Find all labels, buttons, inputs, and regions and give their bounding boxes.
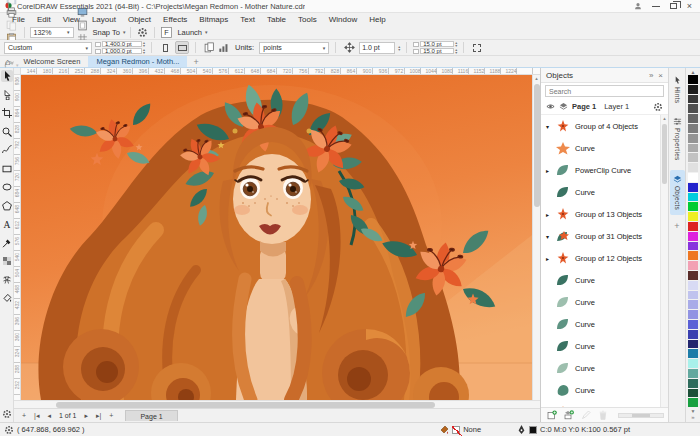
nudge-distance-input[interactable]: 1.0 pt <box>359 42 395 54</box>
canvas-artwork[interactable] <box>21 75 532 400</box>
objects-scroll-thumb[interactable] <box>662 124 667 184</box>
status-gear-icon[interactable] <box>4 425 14 435</box>
color-swatch-26[interactable] <box>688 330 698 340</box>
layer-label[interactable]: Layer 1 <box>604 102 629 111</box>
docker-tab-properties[interactable]: Properties <box>670 112 685 166</box>
horizontal-scroll-thumb[interactable] <box>56 402 435 408</box>
object-row-2[interactable]: ▸PowerClip Curve <box>541 159 668 181</box>
page-height-input[interactable]: 1,000.0 pt <box>102 48 142 54</box>
color-swatch-3[interactable] <box>688 104 698 114</box>
edit-layer-button[interactable] <box>579 409 592 422</box>
layer-options-gear-icon[interactable] <box>653 102 663 112</box>
new-layer-button[interactable] <box>545 409 558 422</box>
new-master-layer-button[interactable] <box>562 409 575 422</box>
menu-bitmaps[interactable]: Bitmaps <box>193 15 234 24</box>
layers-icon[interactable] <box>559 102 568 111</box>
nudge-stepper[interactable]: ▴▾ <box>398 45 400 51</box>
all-pages-button[interactable] <box>202 41 216 54</box>
scroll-up-icon[interactable]: ▴ <box>535 75 538 82</box>
object-row-8[interactable]: Curve <box>541 291 668 313</box>
object-row-10[interactable]: Curve <box>541 335 668 357</box>
eyedropper-tool[interactable] <box>1 237 13 249</box>
fill-status-block[interactable]: None <box>439 425 481 435</box>
horizontal-ruler[interactable]: 1441802162522883243603964324685045405766… <box>14 68 540 75</box>
document-tab-0[interactable]: Welcome Screen <box>15 56 88 67</box>
color-swatch-29[interactable] <box>688 359 698 369</box>
color-swatch-31[interactable] <box>688 379 698 389</box>
landscape-button[interactable] <box>175 41 189 54</box>
canvas-vertical-scrollbar[interactable]: ▴ <box>532 75 540 400</box>
object-row-0[interactable]: ▾Group of 4 Objects <box>541 115 668 137</box>
menu-help[interactable]: Help <box>363 15 391 24</box>
vertical-ruler[interactable]: 9369008648287927567206846486125765405044… <box>14 75 21 400</box>
page-border-button[interactable] <box>76 19 89 32</box>
docker-tab-hints[interactable]: Hints <box>670 71 685 108</box>
object-row-1[interactable]: Curve <box>541 137 668 159</box>
redo-button[interactable]: ▾ <box>4 58 19 71</box>
shape-tool[interactable] <box>1 89 13 101</box>
expand-right-icon[interactable]: ▸ <box>544 255 551 262</box>
launch-dropdown[interactable]: Launch ▾ <box>175 26 207 39</box>
document-tab-1[interactable]: Megan Redmon - Moth... <box>88 56 187 67</box>
visibility-icon[interactable] <box>546 102 555 111</box>
menu-effects[interactable]: Effects <box>157 15 193 24</box>
color-swatch-33[interactable] <box>688 398 698 408</box>
menu-tools[interactable]: Tools <box>292 15 323 24</box>
page-label[interactable]: Page 1 <box>572 102 596 111</box>
duplicate-y-stepper[interactable]: ▴▾ <box>455 48 457 54</box>
menu-text[interactable]: Text <box>234 15 261 24</box>
toolbox-customize-button[interactable] <box>1 408 13 420</box>
next-page-button[interactable]: ▸ <box>80 412 92 419</box>
color-swatch-9[interactable] <box>688 163 698 173</box>
menu-layout[interactable]: Layout <box>86 15 122 24</box>
first-page-button[interactable]: |◂ <box>30 412 43 419</box>
objects-scrollbar[interactable]: ▴ <box>660 115 668 407</box>
current-page-button[interactable] <box>216 41 230 54</box>
rectangle-tool[interactable] <box>1 163 13 175</box>
object-row-9[interactable]: Curve <box>541 313 668 335</box>
add-page-before-button[interactable]: + <box>18 412 30 419</box>
color-swatch-32[interactable] <box>688 389 698 399</box>
zoom-tool[interactable] <box>1 126 13 138</box>
object-row-5[interactable]: ▾Group of 31 Objects <box>541 225 668 247</box>
color-swatch-17[interactable] <box>688 242 698 252</box>
color-swatch-23[interactable] <box>688 300 698 310</box>
color-swatch-11[interactable] <box>688 183 698 193</box>
color-swatch-20[interactable] <box>688 271 698 281</box>
color-swatch-6[interactable] <box>688 134 698 144</box>
docker-tab-objects[interactable]: Objects <box>670 170 685 215</box>
zoom-level-select[interactable]: 132% ▾ <box>30 27 74 38</box>
color-swatch-0[interactable] <box>688 75 698 85</box>
color-swatch-12[interactable] <box>688 193 698 203</box>
dock-collapse-icon[interactable]: » <box>649 71 653 80</box>
expand-right-icon[interactable]: ▸ <box>544 211 551 218</box>
copy-button[interactable] <box>4 19 19 32</box>
last-page-button[interactable]: ▸| <box>92 412 105 419</box>
palette-expand-icon[interactable]: » <box>688 414 698 421</box>
ellipse-tool[interactable] <box>1 181 13 193</box>
restore-button[interactable] <box>670 3 677 9</box>
transparency-tool[interactable] <box>1 255 13 267</box>
color-swatch-4[interactable] <box>688 114 698 124</box>
color-swatch-22[interactable] <box>688 291 698 301</box>
add-docker-button[interactable]: + <box>674 221 679 231</box>
object-row-12[interactable]: Curve <box>541 379 668 401</box>
pick-tool[interactable] <box>1 70 13 82</box>
color-swatch-5[interactable] <box>688 124 698 134</box>
duplicate-y-input[interactable]: 15.0 pt <box>420 48 454 54</box>
color-swatch-16[interactable] <box>688 232 698 242</box>
portrait-button[interactable] <box>158 41 172 54</box>
scroll-up-icon[interactable]: ▴ <box>663 115 666 122</box>
minimize-button[interactable] <box>652 6 660 7</box>
delete-button[interactable] <box>596 409 609 422</box>
drawing-canvas[interactable] <box>21 75 532 400</box>
object-row-3[interactable]: Curve <box>541 181 668 203</box>
color-swatch-25[interactable] <box>688 320 698 330</box>
color-swatch-24[interactable] <box>688 310 698 320</box>
objects-search-input[interactable] <box>545 85 664 97</box>
menu-window[interactable]: Window <box>323 15 363 24</box>
freehand-tool[interactable] <box>1 144 13 156</box>
outline-status-block[interactable]: C:0 M:0 Y:0 K:100 0.567 pt <box>517 425 630 435</box>
color-swatch-10[interactable] <box>688 173 698 183</box>
object-row-13[interactable]: Curve <box>541 401 668 407</box>
